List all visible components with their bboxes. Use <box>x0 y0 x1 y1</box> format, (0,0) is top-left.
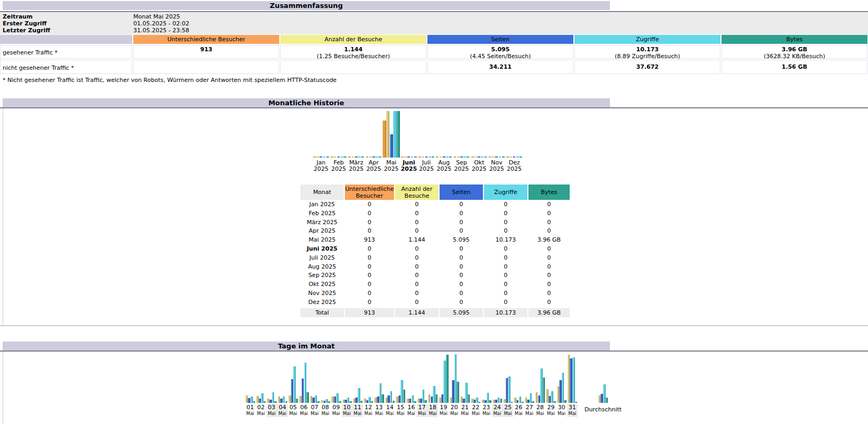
month-bar-März-2025-Bytes <box>361 156 364 158</box>
day-bar-09-Bytes <box>339 401 341 403</box>
monthly-row-März-2025-col1: 0 <box>345 218 394 227</box>
monthly-row-Juni-2025-col3: 0 <box>440 245 483 254</box>
info-label-erster-zugriff: Erster Zugriff <box>3 20 47 27</box>
day-bar-17-Bytes <box>424 400 427 403</box>
monthly-row-Juni-2025-col0: Juni 2025 <box>300 245 344 254</box>
monthly-row-Juli-2025-col5: 0 <box>528 254 570 263</box>
monthly-row-Feb-2025-col2: 0 <box>395 209 438 218</box>
summary-seen-unique: 913 <box>133 45 279 59</box>
day-bar-06-Bytes <box>306 392 309 403</box>
summary-seen-visits: 1.144 (1.25 Besuche/Besucher) <box>280 45 426 59</box>
month-bar-Sep-2025-Seiten <box>460 156 463 158</box>
day-bar-03-Bytes <box>274 401 277 403</box>
day-bar-13-Bytes <box>381 394 384 403</box>
monthly-row-Aug-2025-col4: 0 <box>484 263 527 272</box>
monthly-row-Dez-2025-col2: 0 <box>395 298 438 307</box>
summary-seen-bytes-value: 3.96 GB <box>722 46 867 53</box>
info-value-letzter-zugriff: 31.05.2025 - 23:58 <box>133 27 189 34</box>
monthly-row-Feb-2025-col0: Feb 2025 <box>300 209 344 218</box>
summary-unseen-pages-value: 34.211 <box>489 63 511 70</box>
monthly-row-Mai-2025-col3: 5.095 <box>440 236 483 245</box>
monthly-row-Nov-2025-col5: 0 <box>528 289 570 298</box>
month-bar-Mai-2025-Bytes <box>397 111 400 158</box>
monthly-row-Nov-2025-col2: 0 <box>395 289 438 298</box>
day-bar-05-Bytes <box>296 399 298 403</box>
monthly-total-col2: 1.144 <box>395 308 438 317</box>
monthly-row-Okt-2025-col2: 0 <box>395 280 438 289</box>
summary-unseen-hits: 37.672 <box>574 60 720 74</box>
monthly-row-Okt-2025-col1: 0 <box>345 280 394 289</box>
monthly-row-Okt-2025-col3: 0 <box>440 280 483 289</box>
monthly-table-header-text: UnterschiedlicheBesucher <box>345 185 394 200</box>
summary-seen-hits-value: 10.173 <box>575 46 720 53</box>
info-value-erster-zugriff: 01.05.2025 - 02:02 <box>133 20 189 27</box>
summary-seen-unique-value: 913 <box>134 46 279 53</box>
summary-seen-bytes-sub: (3628.32 KB/Besuch) <box>722 53 867 60</box>
day-bar-11-Bytes <box>360 401 363 403</box>
month-bar-Juni-2025-Zugriffe <box>411 156 414 158</box>
day-bar-25-Bytes <box>510 402 513 403</box>
summary-seen-visits-value: 1.144 <box>281 46 426 53</box>
day-bar-22-Bytes <box>478 402 481 403</box>
summary-unseen-unique <box>133 60 279 74</box>
month-bar-Nov-2025-Unterschiedliche Besucher <box>489 156 491 158</box>
monthly-row-Jan-2025-col4: 0 <box>484 200 527 209</box>
day-bar-08-Bytes <box>328 401 331 403</box>
info-label-letzter-zugriff: Letzter Zugriff <box>3 27 50 34</box>
month-bar-Nov-2025-Zugriffe <box>499 156 501 158</box>
month-bar-Juli-2025-Anzahl der Besuche <box>422 156 424 158</box>
summary-header-hits: Zugriffe <box>574 35 720 44</box>
monthly-row-Apr-2025-col1: 0 <box>345 227 394 236</box>
day-bar-30-Bytes <box>564 400 567 403</box>
monthly-row-Jan-2025-col2: 0 <box>395 200 438 209</box>
summary-seen-pages-sub: (4.45 Seiten/Besuch) <box>428 53 573 60</box>
day-bar-27-Bytes <box>532 401 534 403</box>
monthly-row-Mai-2025-col0: Mai 2025 <box>300 236 344 245</box>
month-year-label-Dez: 2025 <box>501 165 527 172</box>
monthly-box-bottom-border <box>0 325 868 326</box>
month-bar-Okt-2025-Zugriffe <box>481 156 483 158</box>
month-bar-Aug-2025-Zugriffe <box>446 156 449 158</box>
monthly-row-Sep-2025-col0: Sep 2025 <box>300 271 344 280</box>
month-bar-Aug-2025-Unterschiedliche Besucher <box>436 156 438 158</box>
monthly-row-Nov-2025-col0: Nov 2025 <box>300 289 344 298</box>
monthly-row-Aug-2025-col2: 0 <box>395 263 438 272</box>
monthly-row-März-2025-col5: 0 <box>528 218 570 227</box>
summary-header-unique-visitors: Unterschiedliche Besucher <box>133 35 279 44</box>
month-bar-Juni-2025-Bytes <box>414 156 417 158</box>
daily-box-left-border <box>3 352 3 424</box>
month-bar-Mai-2025-Seiten <box>390 134 394 158</box>
summary-unseen-visits <box>280 60 426 74</box>
summary-header-bytes: Bytes <box>721 35 867 44</box>
monthly-row-Juli-2025-col3: 0 <box>440 254 483 263</box>
day-bar-10-Bytes <box>349 401 352 403</box>
month-bar-Aug-2025-Anzahl der Besuche <box>440 156 442 158</box>
summary-table-top-border <box>0 11 868 12</box>
monthly-row-Sep-2025-col2: 0 <box>395 271 438 280</box>
month-bar-Feb-2025-Zugriffe <box>341 156 343 158</box>
month-bar-Sep-2025-Bytes <box>467 156 469 158</box>
month-bar-Apr-2025-Anzahl der Besuche <box>369 156 372 158</box>
day-bar-20-Bytes <box>456 382 459 403</box>
monthly-row-Dez-2025-col3: 0 <box>440 298 483 307</box>
monthly-row-Aug-2025-col5: 0 <box>528 263 570 272</box>
monthly-row-Dez-2025-col4: 0 <box>484 298 527 307</box>
day-bar-19-Bytes <box>446 355 449 403</box>
day-bar-26-Bytes <box>521 402 524 403</box>
day-bar-07-Bytes <box>317 401 319 403</box>
summary-seen-hits: 10.173 (8.89 Zugriffe/Besuch) <box>574 45 720 59</box>
monthly-row-Feb-2025-col3: 0 <box>440 209 483 218</box>
monthly-box-left-border <box>3 108 3 325</box>
month-bar-Juli-2025-Zugriffe <box>428 156 431 158</box>
monthly-table-header-bytes: Bytes <box>528 185 570 200</box>
monthly-total-col0: Total <box>300 308 344 317</box>
summary-unseen-hits-value: 37.672 <box>636 63 659 70</box>
day-bar-24-Bytes <box>500 399 502 403</box>
month-bar-Mai-2025-Zugriffe <box>393 111 397 158</box>
monthly-row-Mai-2025-col1: 913 <box>345 236 394 245</box>
summary-seen-pages-value: 5.095 <box>428 46 573 53</box>
monthly-row-Aug-2025-col3: 0 <box>440 263 483 272</box>
month-bar-März-2025-Seiten <box>355 156 358 158</box>
monthly-row-Nov-2025-col1: 0 <box>345 289 394 298</box>
monthly-row-Juni-2025-col4: 0 <box>484 245 527 254</box>
